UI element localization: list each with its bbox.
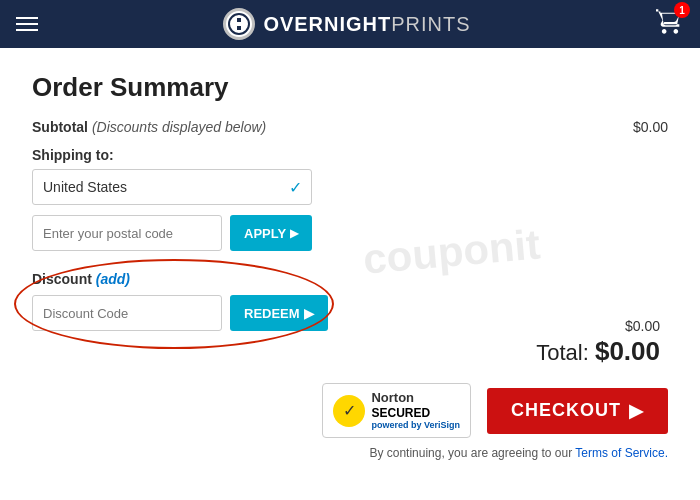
shipping-country-select[interactable]: United States bbox=[32, 169, 312, 205]
checkout-button[interactable]: CHECKOUT ▶ bbox=[487, 388, 668, 434]
tos-line: By continuing, you are agreeing to our T… bbox=[369, 446, 668, 460]
norton-text: Norton SECURED powered by VeriSign bbox=[371, 390, 460, 431]
site-logo: OVERNIGHTPRINTS bbox=[223, 8, 470, 40]
page-title: Order Summary bbox=[32, 72, 668, 103]
total-amount: $0.00 bbox=[595, 336, 660, 366]
apply-button[interactable]: APPLY ▶ bbox=[230, 215, 312, 251]
discount-code-input[interactable] bbox=[32, 295, 222, 331]
total-section: $0.00 Total: $0.00 bbox=[536, 318, 660, 367]
logo-text: OVERNIGHTPRINTS bbox=[263, 13, 470, 36]
postal-code-input[interactable] bbox=[32, 215, 222, 251]
discount-row: REDEEM ▶ bbox=[32, 295, 312, 331]
norton-badge: ✓ Norton SECURED powered by VeriSign bbox=[322, 383, 471, 438]
redeem-arrow-icon: ▶ bbox=[304, 306, 314, 321]
tos-link[interactable]: Terms of Service. bbox=[575, 446, 668, 460]
norton-check-icon: ✓ bbox=[333, 395, 365, 427]
cart-count: 1 bbox=[674, 2, 690, 18]
redeem-button[interactable]: REDEEM ▶ bbox=[230, 295, 328, 331]
main-content: Order Summary Subtotal (Discounts displa… bbox=[0, 48, 700, 500]
svg-rect-2 bbox=[233, 22, 245, 26]
total-row: Total: $0.00 bbox=[536, 336, 660, 367]
discount-label: Discount (add) bbox=[32, 271, 312, 287]
total-above-amount: $0.00 bbox=[536, 318, 660, 334]
cart-button[interactable]: 1 bbox=[656, 8, 684, 40]
apply-arrow-icon: ▶ bbox=[290, 227, 298, 240]
shipping-country-wrapper: United States ✓ bbox=[32, 169, 312, 205]
logo-icon bbox=[223, 8, 255, 40]
subtotal-row: Subtotal (Discounts displayed below) $0.… bbox=[32, 119, 668, 135]
postal-row: APPLY ▶ bbox=[32, 215, 312, 251]
subtotal-amount: $0.00 bbox=[633, 119, 668, 135]
discount-section: Discount (add) REDEEM ▶ bbox=[32, 271, 312, 331]
checkout-arrow-icon: ▶ bbox=[629, 400, 644, 422]
hamburger-menu[interactable] bbox=[16, 17, 38, 31]
subtotal-label: Subtotal (Discounts displayed below) bbox=[32, 119, 266, 135]
checkout-row: ✓ Norton SECURED powered by VeriSign CHE… bbox=[322, 383, 668, 438]
watermark: couponit bbox=[361, 220, 542, 283]
shipping-label: Shipping to: bbox=[32, 147, 668, 163]
header: OVERNIGHTPRINTS 1 bbox=[0, 0, 700, 48]
bottom-row: ✓ Norton SECURED powered by VeriSign CHE… bbox=[32, 383, 668, 460]
discount-add-link[interactable]: (add) bbox=[96, 271, 130, 287]
